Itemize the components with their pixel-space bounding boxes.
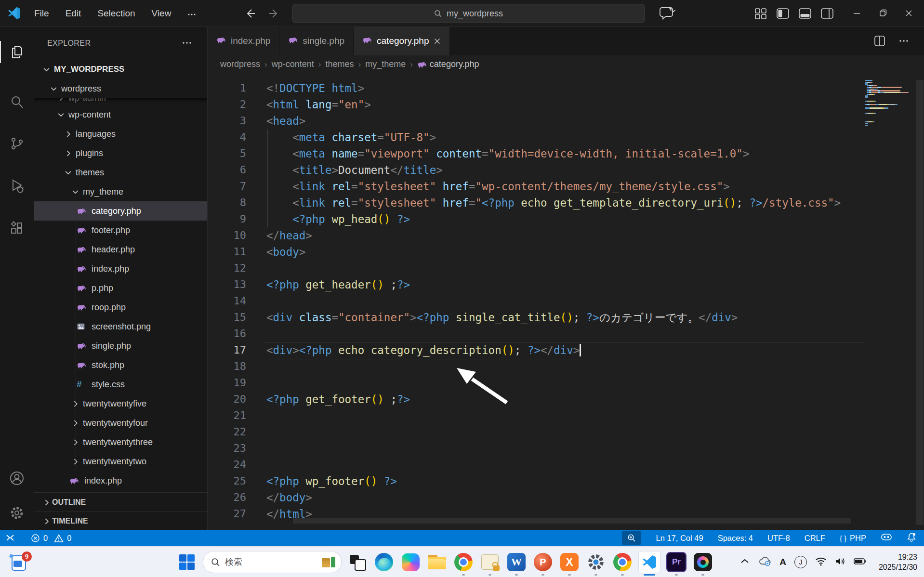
status-language[interactable]: { }PHP <box>840 534 866 543</box>
taskbar-word-icon[interactable]: W <box>506 551 527 573</box>
tree-item-category-php[interactable]: category.php <box>34 201 207 221</box>
status-cursor-position[interactable]: Ln 17, Col 49 <box>656 534 703 543</box>
close-button[interactable] <box>898 0 920 26</box>
customize-layout-icon[interactable] <box>753 6 768 21</box>
tree-item-wp-admin[interactable]: wp-admin <box>34 98 207 105</box>
breadcrumb-item[interactable]: my_theme <box>365 59 406 69</box>
toggle-secondary-sidebar-icon[interactable] <box>820 6 834 21</box>
taskbar-settings-icon[interactable] <box>585 551 607 573</box>
notifications-bell-icon[interactable] <box>907 532 916 544</box>
tree-item-languages[interactable]: languages <box>34 124 207 144</box>
run-debug-icon[interactable] <box>0 169 34 203</box>
breadcrumb-item[interactable]: wp-content <box>272 59 314 69</box>
status-indentation[interactable]: Spaces: 4 <box>718 534 753 543</box>
timeline-section[interactable]: TIMELINE <box>34 511 207 530</box>
code-editor[interactable]: 1234567891011121314151617181920212223242… <box>208 73 924 530</box>
tree-item-twentytwentyfive[interactable]: twentytwentyfive <box>34 394 207 413</box>
taskbar-xampp-icon[interactable]: X <box>559 551 580 573</box>
tray-j-icon[interactable]: J <box>794 556 807 568</box>
tree-item-twentytwentythree[interactable]: twentytwentythree <box>34 433 207 452</box>
restore-button[interactable] <box>871 0 894 26</box>
menu-file[interactable]: File <box>28 6 55 21</box>
toggle-panel-icon[interactable] <box>798 6 812 21</box>
status-encoding[interactable]: UTF-8 <box>767 534 790 543</box>
tree-item-wp-content[interactable]: wp-content <box>34 105 207 124</box>
widgets-button[interactable]: 9 <box>9 551 32 573</box>
copilot-chat-icon[interactable] <box>659 6 681 21</box>
tree-item-single-php[interactable]: single.php <box>34 336 207 355</box>
tree-item-my-wordpress[interactable]: MY_WORDPRESS <box>34 60 207 79</box>
tree-item-themes[interactable]: themes <box>34 163 207 182</box>
taskbar-file-explorer-icon[interactable] <box>426 551 448 573</box>
horizontal-scrollbar[interactable] <box>293 518 851 524</box>
explorer-icon[interactable] <box>0 35 34 69</box>
start-button[interactable] <box>176 551 198 573</box>
menu-edit[interactable]: Edit <box>59 6 88 21</box>
tree-item-roop-php[interactable]: roop.php <box>34 298 207 317</box>
menu-view[interactable]: View <box>145 6 178 21</box>
extensions-icon[interactable] <box>0 211 34 245</box>
split-editor-icon[interactable] <box>871 33 888 49</box>
taskbar-clock[interactable]: 19:23 2025/12/30 <box>879 547 917 577</box>
tree-item-index-php[interactable]: index.php <box>34 471 207 490</box>
tree-item-stok-php[interactable]: stok.php <box>34 355 207 375</box>
copilot-status-icon[interactable] <box>881 532 892 544</box>
search-icon[interactable] <box>0 85 34 119</box>
taskbar-premiere-icon[interactable]: Pr <box>666 551 687 573</box>
tray-chevron-icon[interactable] <box>740 558 750 566</box>
minimize-button[interactable] <box>845 0 868 26</box>
problems-indicator[interactable]: 0 0 <box>31 534 71 543</box>
account-icon[interactable] <box>0 461 34 495</box>
search-daily-image[interactable] <box>322 557 335 567</box>
nav-back-icon[interactable] <box>243 6 258 21</box>
tab-category-php[interactable]: category.php <box>354 26 450 55</box>
tree-item-style-css[interactable]: #style.css <box>34 375 207 394</box>
explorer-more-icon[interactable] <box>182 39 192 47</box>
status-eol[interactable]: CRLF <box>805 534 825 543</box>
taskbar-edge-icon[interactable] <box>373 551 395 573</box>
taskbar-search[interactable]: 検索 <box>203 551 342 573</box>
zoom-indicator-icon[interactable] <box>622 531 641 545</box>
tree-item-my-theme[interactable]: my_theme <box>34 182 207 201</box>
tree-item-screenshot-png[interactable]: screenshot.png <box>34 317 207 336</box>
menu-selection[interactable]: Selection <box>91 6 141 21</box>
nav-forward-icon[interactable] <box>266 6 281 21</box>
minimap[interactable] <box>865 80 913 127</box>
command-center-search[interactable]: my_wordpress <box>292 4 645 23</box>
tree-item-footer-php[interactable]: footer.php <box>34 221 207 240</box>
taskbar-chrome-icon[interactable] <box>453 551 474 573</box>
outline-section[interactable]: OUTLINE <box>34 492 207 512</box>
editor-more-icon[interactable] <box>896 33 912 49</box>
onedrive-icon[interactable] <box>758 556 771 568</box>
tree-item-header-php[interactable]: header.php <box>34 240 207 259</box>
vertical-scrollbar[interactable] <box>916 80 924 525</box>
taskbar-task-view-icon[interactable] <box>347 551 368 573</box>
taskbar-maps-icon[interactable] <box>479 551 501 573</box>
tab-single-php[interactable]: single.php <box>279 26 354 55</box>
tree-item-wordpress[interactable]: wordpress <box>34 79 207 98</box>
tree-item-twentytwentytwo[interactable]: twentytwentytwo <box>34 452 207 471</box>
taskbar-chrome-icon[interactable] <box>612 551 633 573</box>
tree-item-twentytwentyfour[interactable]: twentytwentyfour <box>34 413 207 433</box>
toggle-sidebar-icon[interactable] <box>776 6 790 21</box>
taskbar-copilot-icon[interactable] <box>400 551 421 573</box>
tree-item-p-php[interactable]: p.php <box>34 278 207 298</box>
source-control-icon[interactable] <box>0 127 34 160</box>
close-tab-icon[interactable] <box>434 38 441 45</box>
wifi-icon[interactable] <box>815 557 827 568</box>
breadcrumb-item[interactable]: wordpress <box>220 59 260 69</box>
taskbar-vscode-icon[interactable] <box>638 551 660 573</box>
remote-indicator-icon[interactable] <box>5 533 15 543</box>
taskbar-powerpoint-icon[interactable]: P <box>532 551 554 573</box>
breadcrumb-item[interactable]: themes <box>325 59 354 69</box>
tab-index-php[interactable]: index.php <box>208 26 279 55</box>
ime-a-icon[interactable]: A <box>779 557 786 567</box>
breadcrumb-item[interactable]: category.php <box>417 59 479 69</box>
settings-gear-icon[interactable] <box>0 496 34 530</box>
menu-more-icon[interactable] <box>181 6 202 21</box>
tree-item-plugins[interactable]: plugins <box>34 144 207 163</box>
tree-item-index-php[interactable]: index.php <box>34 259 207 278</box>
volume-icon[interactable] <box>835 557 845 568</box>
battery-icon[interactable] <box>854 558 866 567</box>
taskbar-creative-cloud-icon[interactable] <box>692 551 713 573</box>
